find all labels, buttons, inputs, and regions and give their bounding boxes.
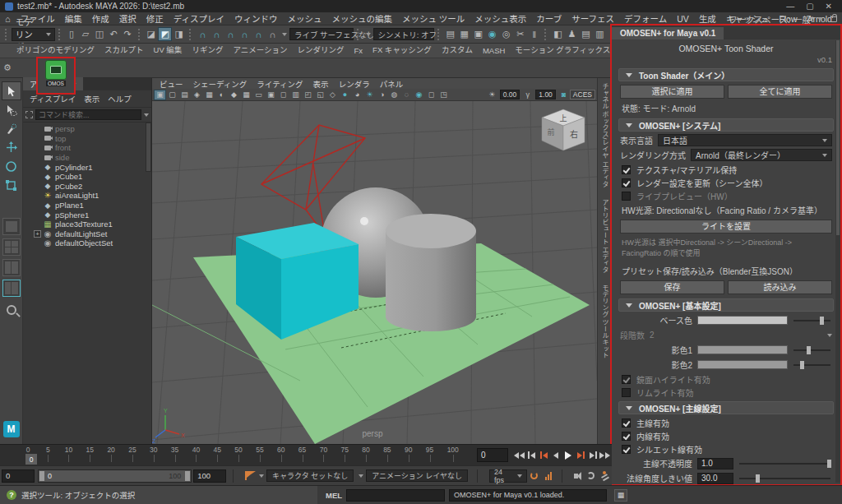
range-end-field[interactable] [193,469,226,483]
line-opacity-field[interactable]: 1.0 [697,458,733,469]
omosen-panel-tab[interactable]: OMOSEN+ for Maya v0.1 [612,27,724,39]
line-opacity-slider[interactable] [739,459,832,469]
checkbox-icon[interactable] [622,432,631,441]
apply-to-selected-button[interactable]: 選択に適用 [620,85,724,99]
redo-icon[interactable]: ↷ [121,27,135,41]
live-surface-field[interactable]: ライブ サーフェスなし [289,28,354,40]
grid-icon[interactable]: ▦ [240,90,252,100]
chevron-down-icon[interactable] [359,474,363,478]
sequence-render-icon[interactable]: ✂ [513,27,527,41]
sync-icon[interactable] [585,470,596,482]
checkbox-icon[interactable] [622,445,631,454]
slider-handle[interactable] [800,361,804,369]
slider-handle[interactable] [807,346,811,354]
menu-item[interactable]: UV [672,13,694,25]
outliner-item[interactable]: + pCylinder1 [23,162,151,172]
viewport-menu-item[interactable]: ライティング [252,78,307,90]
section-grip[interactable] [544,29,548,40]
shelf-tab[interactable]: FX キャッシング [368,42,437,58]
camera-attrs-icon[interactable]: ▤ [178,90,191,100]
move-tool[interactable] [2,138,21,157]
outliner-menu-item[interactable]: ヘルプ [104,92,135,105]
gate-mask-icon[interactable]: ◻ [277,90,289,100]
single-pane-layout-button[interactable] [2,218,21,235]
checkbox-icon[interactable] [622,388,631,397]
chevron-down-icon[interactable] [259,474,264,478]
grease-pencil-icon[interactable]: ◆ [228,90,240,100]
camera-lock-icon[interactable]: ▢ [166,90,178,100]
section-grip[interactable] [138,29,141,40]
animation-preferences-icon[interactable] [599,470,610,482]
outliner-item[interactable]: + defaultObjectSet [23,238,151,248]
shelf-tab[interactable]: ポリゴンのモデリング [12,42,99,58]
menu-item[interactable]: ウィンドウ [229,12,283,25]
modeling-toolkit-icon[interactable]: ◧ [551,27,565,41]
menu-item[interactable]: メッシュ表示 [470,12,531,25]
render-mode-select[interactable]: Arnold（最終レンダー） [691,149,832,161]
menu-item[interactable]: メッシュ [282,12,326,25]
pause-viewport-icon[interactable]: ‖ [527,27,541,41]
chevron-down-icon[interactable] [366,33,371,36]
character-set-icon[interactable] [245,471,252,480]
gear-icon[interactable]: ⚙ [0,62,13,73]
mel-label[interactable]: MEL [326,491,342,500]
menu-item[interactable]: 修正 [141,12,169,25]
outliner-scrollbar[interactable] [146,123,151,172]
rotate-tool[interactable] [2,157,21,176]
exposure-field[interactable]: 0.00 [500,90,520,99]
viewport-menu-item[interactable]: シェーディング [189,78,252,90]
shadows-icon[interactable]: ◑ [376,90,388,100]
bookmark-icon[interactable]: ◈ [191,90,203,100]
shelf-tab[interactable]: カスタム [437,42,478,58]
ambient-occlusion-icon[interactable]: ◍ [388,90,400,100]
section-grip[interactable] [437,29,441,40]
expand-icon[interactable]: + [34,230,41,238]
view-transform-icon[interactable]: ◙ [557,90,570,100]
attribute-editor-icon[interactable]: ▤ [579,27,593,41]
outliner-item[interactable]: + pCube1 [23,172,151,182]
outliner-item[interactable]: + aiAreaLight1 [23,191,151,201]
motion-blur-icon[interactable]: ◌ [400,90,413,100]
menu-item[interactable]: 編集 [60,12,87,25]
snap-projected-center-icon[interactable]: ∩ [238,27,252,41]
checkbox-icon[interactable] [622,375,631,384]
script-editor-icon[interactable]: ▦ [614,489,627,502]
lasso-tool[interactable] [2,100,21,119]
filter-icon[interactable] [25,111,33,118]
outliner-persp-layout-button[interactable] [2,280,21,297]
xray-icon[interactable]: ◻ [425,90,437,100]
panel-scrollbar[interactable] [835,40,840,483]
2d-pan-zoom-icon[interactable]: ◐ [215,90,228,100]
section-system[interactable]: OMOSEN+ [システム] [618,118,834,132]
go-to-start-button[interactable] [513,447,525,463]
four-pane-layout-button[interactable] [2,238,21,256]
sidebar-vertical-tab[interactable]: アトリビュート エディタ [600,199,609,273]
minimize-button[interactable]: — [786,2,794,11]
gamma-icon[interactable]: γ [521,90,534,100]
range-slider[interactable]: 0 100 [38,469,192,483]
normal-angle-slider[interactable] [739,474,832,483]
outliner-item[interactable]: + front [23,143,151,153]
play-backwards-button[interactable] [550,447,562,463]
save-scene-icon[interactable]: ◫ [93,27,107,41]
slider-handle[interactable] [756,474,760,483]
colorspace-badge[interactable]: ACES [570,90,595,99]
viewport-select-icon[interactable]: ▣ [154,90,166,100]
snap-point-icon[interactable]: ∩ [224,27,238,41]
normal-angle-field[interactable]: 30.0 [697,473,733,484]
checkbox-icon[interactable] [622,178,631,187]
chevron-down-icon[interactable] [282,33,287,36]
menu-item[interactable]: ディスプレイ [169,12,229,25]
sidebar-vertical-tab[interactable]: チャネル ボックス/レイヤ エディタ [600,83,609,187]
current-frame-indicator[interactable]: 0 [25,454,37,465]
slider-handle[interactable] [820,317,824,325]
character-set-select[interactable]: キャラクタ セットなし [266,469,354,482]
shelf-tab[interactable]: UV 編集 [149,42,187,58]
menu-set-select[interactable]: モデリング [12,28,55,41]
menu-item[interactable]: メッシュ ツール [397,12,470,25]
section-grip[interactable] [5,29,8,40]
inner-line-checkbox-row[interactable]: 内線有効 [622,431,830,441]
hypershade-icon[interactable]: ▦ [457,27,471,41]
scale-tool[interactable] [2,176,21,195]
outliner-menu-item[interactable]: 表示 [81,92,103,105]
